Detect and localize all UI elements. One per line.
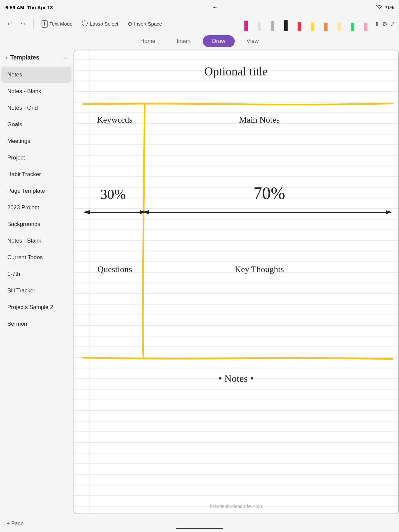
pen-dark[interactable] [280,17,292,31]
undo-button[interactable]: ↩ [4,18,16,30]
sidebar-item-goals[interactable]: Goals [1,117,71,133]
status-left: 6:59 AM Thu Apr 13 [5,5,53,10]
sidebar-header-left: ‹ Templates [5,54,39,61]
battery-display: 71% [385,5,394,10]
percent-30-label: 30% [100,187,126,202]
settings-button[interactable]: ⚙ [382,20,387,28]
toolbar-left: ↩ ↪ T Text Mode Lasso Select ⊕ Insert Sp… [4,18,166,30]
add-page-button[interactable]: + Page [7,521,24,527]
highlighter-yellow2[interactable] [333,17,345,31]
insert-space-icon: ⊕ [128,21,132,27]
lasso-select-button[interactable]: Lasso Select [78,18,122,29]
highlighter-yellow[interactable] [307,17,319,31]
sidebar-item-current-todos[interactable]: Current Todos [1,250,71,266]
sidebar-header: ‹ Templates ··· [0,49,73,66]
sidebar-item-notes[interactable]: Notes [1,67,71,83]
home-indicator [176,528,223,529]
sidebar-item-notes-grid[interactable]: Notes - Grid [1,100,71,116]
status-bar: 6:59 AM Thu Apr 13 ··· 71% [0,0,399,15]
percent-70-label: 70% [253,184,285,203]
text-mode-button[interactable]: T Text Mode [38,18,76,30]
sidebar: ‹ Templates ··· Notes Notes - Blank Note… [0,49,73,515]
pen-gray[interactable] [267,17,279,31]
nav-tabs: Home Insert Draw View [0,33,399,49]
insert-space-button[interactable]: ⊕ Insert Space [124,19,166,29]
sidebar-item-habit-tracker[interactable]: Habit Tracker [1,166,71,182]
canvas-area[interactable]: Optional title Keywords Main Notes 30% [73,49,399,515]
tab-draw[interactable]: Draw [203,35,235,47]
page-title-text: Optional title [204,65,268,78]
share-button[interactable]: ⬆ [374,20,379,28]
toolbar-divider-1 [33,19,34,29]
sidebar-more-button[interactable]: ··· [62,54,67,61]
keywords-label: Keywords [97,115,133,125]
expand-button[interactable]: ⤢ [390,20,395,28]
sidebar-item-backgrounds[interactable]: Backgrounds [1,216,71,232]
sidebar-item-1-7th[interactable]: 1-7th [1,266,71,282]
add-page-label: + Page [7,521,24,527]
sidebar-item-2023-project[interactable]: 2023 Project [1,200,71,216]
status-right: 71% [376,5,394,10]
sidebar-item-notes-blank-1[interactable]: Notes - Blank [1,83,71,99]
insert-space-label: Insert Space [134,21,162,27]
svg-point-0 [82,21,87,26]
footer-text: brandenbodendorfer.com [210,504,262,509]
sidebar-item-projects-sample-2[interactable]: Projects Sample 2 [1,299,71,315]
lasso-icon [82,20,88,27]
tab-view[interactable]: View [237,35,268,47]
wifi-icon [376,5,382,10]
lasso-select-label: Lasso Select [90,21,118,27]
page-canvas: Optional title Keywords Main Notes 30% [73,49,399,515]
date-display: Thu Apr 13 [27,5,53,10]
pen-white[interactable] [253,17,265,31]
highlighter-green[interactable] [346,17,358,31]
pen-tools: ⬆ ⚙ ⤢ [240,17,395,31]
text-mode-icon: T [42,20,48,28]
sidebar-item-bill-tracker[interactable]: Bill Tracker [1,283,71,299]
toolbar-action-buttons: ⬆ ⚙ ⤢ [374,20,395,28]
bottom-bar: + Page [0,515,399,532]
sidebar-back-button[interactable]: ‹ [5,54,8,61]
highlighter-pink[interactable] [360,17,372,31]
notes-section-label: • Notes • [218,373,254,384]
highlighter-orange[interactable] [320,17,332,31]
status-center: ··· [212,5,217,10]
main-layout: ‹ Templates ··· Notes Notes - Blank Note… [0,49,399,515]
sidebar-item-notes-blank-2[interactable]: Notes - Blank [1,233,71,249]
pen-pink[interactable] [240,17,252,31]
sidebar-item-project[interactable]: Project [1,150,71,166]
sidebar-item-meetings[interactable]: Meetings [1,133,71,149]
main-notes-label: Main Notes [239,115,280,125]
pen-red[interactable] [293,17,305,31]
time-display: 6:59 AM [5,5,24,10]
notebook-page: Optional title Keywords Main Notes 30% [73,49,399,515]
key-thoughts-label: Key Thoughts [235,265,284,274]
questions-label: Questions [97,265,132,274]
sidebar-title: Templates [10,54,40,61]
sidebar-item-sermon[interactable]: Sermon [1,316,71,332]
sidebar-item-page-template[interactable]: Page Template [1,183,71,199]
ellipsis: ··· [212,5,217,10]
tab-home[interactable]: Home [131,35,165,47]
toolbar: ↩ ↪ T Text Mode Lasso Select ⊕ Insert Sp… [0,15,399,33]
tab-insert[interactable]: Insert [167,35,200,47]
redo-button[interactable]: ↪ [17,18,29,30]
text-mode-label: Text Mode [50,21,72,27]
